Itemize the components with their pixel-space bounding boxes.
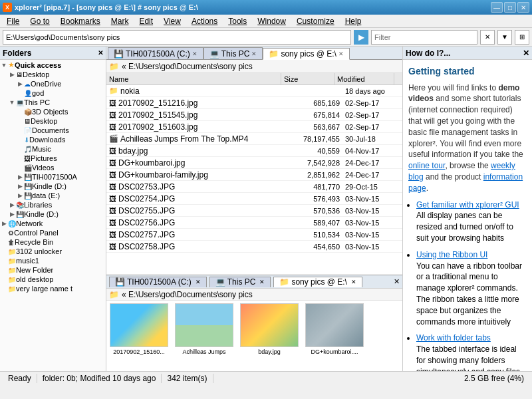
sidebar-item-network[interactable]: ▶ 🌐 Network <box>0 219 106 228</box>
go-button[interactable]: ▶ <box>354 30 368 45</box>
help-link-tour[interactable]: online tour <box>408 161 445 170</box>
sidebar-item-thispc[interactable]: ▼ 💻 This PC <box>0 98 106 107</box>
sidebar-item-old-desktop[interactable]: 📁 old desktop <box>0 275 106 284</box>
tab-sony[interactable]: 📁 sony pics @ E:\ ✕ <box>263 48 350 60</box>
expand-icon[interactable]: ▶ <box>16 174 24 180</box>
table-row[interactable]: 🖼 bday.jpg 40,559 04-Nov-17 <box>106 145 402 157</box>
thumbnail-item[interactable]: Achilleas Jumps <box>174 303 234 368</box>
sidebar-item-kindle-d2[interactable]: ▶ 💾 Kindle (D:) <box>0 209 106 219</box>
sidebar-item-control-panel[interactable]: ⚙ Control Panel <box>0 228 106 237</box>
sidebar-item-libraries[interactable]: ▶ 📚 Libraries <box>0 200 106 209</box>
col-header-size[interactable]: Size <box>281 73 334 84</box>
help-link-gui[interactable]: Get familiar with xplorer² GUI <box>416 200 519 209</box>
sidebar-item-music[interactable]: 🎵 Music <box>0 144 106 154</box>
table-row[interactable]: 🖼 DSC02755.JPG 570,536 03-Nov-15 <box>106 205 402 217</box>
menu-file[interactable]: File <box>1 15 25 27</box>
help-link-ribbon[interactable]: Using the Ribbon UI <box>416 250 487 259</box>
file-date: 30-Jul-18 <box>342 134 402 144</box>
expand-icon[interactable]: ▼ <box>0 62 8 68</box>
table-row[interactable]: 🖼 DSC02757.JPG 510,534 03-Nov-15 <box>106 229 402 241</box>
expand-icon[interactable]: ▶ <box>16 192 24 199</box>
tab-tih-close[interactable]: ✕ <box>192 51 198 57</box>
table-row[interactable]: 🖼 DSC02754.JPG 576,493 03-Nov-15 <box>106 193 402 205</box>
menu-bookmarks[interactable]: Bookmarks <box>55 15 106 27</box>
filter-input[interactable] <box>371 30 477 45</box>
table-row[interactable]: 📁 nokia 18 days ago <box>106 85 402 97</box>
filter-options-button[interactable]: ▼ <box>497 30 512 45</box>
expand-icon[interactable]: ▶ <box>16 183 24 190</box>
help-panel-controls[interactable]: ✕ <box>523 49 529 58</box>
menu-view[interactable]: View <box>158 15 186 27</box>
menu-goto[interactable]: Go to <box>25 15 55 27</box>
file-type-icon: 🖼 <box>109 99 116 107</box>
thumbnail-item[interactable]: DG+koumbaroi.... <box>305 303 364 368</box>
table-row[interactable]: 🖼 20170902_151603.jpg 563,667 02-Sep-17 <box>106 121 402 133</box>
preview-tab-tih[interactable]: 💾 TIH0071500A (C:) ✕ <box>109 277 207 287</box>
tab-tih[interactable]: 💾 TIH0071500A (C:) ✕ <box>108 47 203 59</box>
sidebar-item-very-large[interactable]: 📁 very large name t <box>0 284 106 293</box>
table-row[interactable]: 🖼 DSC02753.JPG 481,770 29-Oct-15 <box>106 181 402 193</box>
sidebar-item-downloads[interactable]: ⬇ Downloads <box>0 135 106 144</box>
table-row[interactable]: 🖼 DG+koumbaroi.jpg 7,542,928 24-Dec-17 <box>106 157 402 169</box>
sidebar-item-documents[interactable]: 📄 Documents <box>0 126 106 135</box>
preview-tab-sony[interactable]: 📁 sony pics @ E:\ ✕ <box>273 277 362 287</box>
table-row[interactable]: 🖼 DSC02758.JPG 454,650 03-Nov-15 <box>106 241 402 253</box>
preview-tab-thispc-label: This PC <box>227 277 256 287</box>
sidebar-item-new-folder[interactable]: 📁 New Folder <box>0 265 106 275</box>
sidebar-item-3102[interactable]: 📁 3102 unlocker <box>0 247 106 256</box>
expand-icon[interactable]: ▼ <box>8 99 16 106</box>
tab-thispc-close[interactable]: ✕ <box>251 51 257 57</box>
col-header-name[interactable]: Name <box>106 73 281 84</box>
sidebar-item-desktop-qa[interactable]: ▶ 🖥 Desktop <box>0 70 106 79</box>
folders-panel-close[interactable]: ✕ <box>98 49 103 57</box>
sidebar-item-onedrive[interactable]: ▶ ☁ OneDrive <box>0 79 106 88</box>
table-row[interactable]: 🖼 20170902_151216.jpg 685,169 02-Sep-17 <box>106 97 402 109</box>
menu-customize[interactable]: Customize <box>291 15 340 27</box>
sidebar-item-pictures[interactable]: 🖼 Pictures <box>0 154 106 163</box>
view-toggle-button[interactable]: ⊞ <box>515 30 529 45</box>
expand-icon[interactable]: ▶ <box>0 220 8 227</box>
thumbnail-item[interactable]: 20170902_15160... <box>109 303 169 368</box>
menu-window[interactable]: Window <box>252 15 291 27</box>
expand-icon[interactable]: ▶ <box>8 211 16 217</box>
tab-thispc[interactable]: 💻 This PC ✕ <box>203 47 263 59</box>
preview-panel-close[interactable]: ✕ <box>394 277 400 286</box>
minimize-button[interactable]: — <box>491 2 503 13</box>
help-link-info[interactable]: information page <box>408 172 523 193</box>
maximize-button[interactable]: □ <box>504 2 516 13</box>
sidebar-item-data-e[interactable]: ▶ 💾 data (E:) <box>0 191 106 200</box>
col-header-modified[interactable]: Modified <box>334 73 394 84</box>
preview-tab-thispc-close[interactable]: ✕ <box>259 279 265 285</box>
menu-mark[interactable]: Mark <box>106 15 134 27</box>
tab-sony-close[interactable]: ✕ <box>338 51 344 57</box>
thumbnail-item[interactable]: bday.jpg <box>239 303 299 368</box>
address-input[interactable] <box>3 30 351 45</box>
table-row[interactable]: 🖼 DSC02756.JPG 589,407 03-Nov-15 <box>106 217 402 229</box>
menu-actions[interactable]: Actions <box>186 15 223 27</box>
menu-edit[interactable]: Edit <box>134 15 158 27</box>
preview-tab-thispc[interactable]: 💻 This PC ✕ <box>209 277 271 287</box>
sidebar-item-quick-access[interactable]: ▼ ★ Quick access <box>0 60 106 70</box>
preview-tab-tih-close[interactable]: ✕ <box>196 279 201 285</box>
table-row[interactable]: 🎬 Achilleas Jumps From The Top.MP4 78,19… <box>106 133 402 145</box>
sidebar-item-desktop[interactable]: 🖥 Desktop <box>0 116 106 126</box>
sidebar-item-3d[interactable]: 📦 3D Objects <box>0 107 106 116</box>
filter-clear-button[interactable]: ✕ <box>480 30 495 45</box>
sidebar-item-kindle-d[interactable]: ▶ 💾 Kindle (D:) <box>0 182 106 191</box>
sidebar-item-music1[interactable]: 📁 music1 <box>0 256 106 265</box>
sidebar-item-recycle-bin[interactable]: 🗑 Recycle Bin <box>0 237 106 247</box>
help-link-tabs[interactable]: Work with folder tabs <box>416 333 491 342</box>
expand-icon[interactable]: ▶ <box>16 80 24 87</box>
sidebar-item-tih[interactable]: ▶ 💾 TIH0071500A <box>0 172 106 182</box>
sidebar-item-god[interactable]: 👤 god <box>0 88 106 98</box>
expand-icon[interactable]: ▶ <box>8 71 16 78</box>
menu-help[interactable]: Help <box>340 15 367 27</box>
menu-tools[interactable]: Tools <box>223 15 252 27</box>
sidebar-item-videos[interactable]: 🎬 Videos <box>0 163 106 172</box>
expand-icon[interactable]: ▶ <box>8 201 16 208</box>
close-button[interactable]: ✕ <box>517 2 529 13</box>
file-date: 24-Dec-17 <box>342 158 402 168</box>
table-row[interactable]: 🖼 DG+koumbaroi-family.jpg 2,851,962 24-D… <box>106 169 402 181</box>
preview-tab-sony-close[interactable]: ✕ <box>351 279 356 285</box>
table-row[interactable]: 🖼 20170902_151545.jpg 675,814 02-Sep-17 <box>106 109 402 121</box>
